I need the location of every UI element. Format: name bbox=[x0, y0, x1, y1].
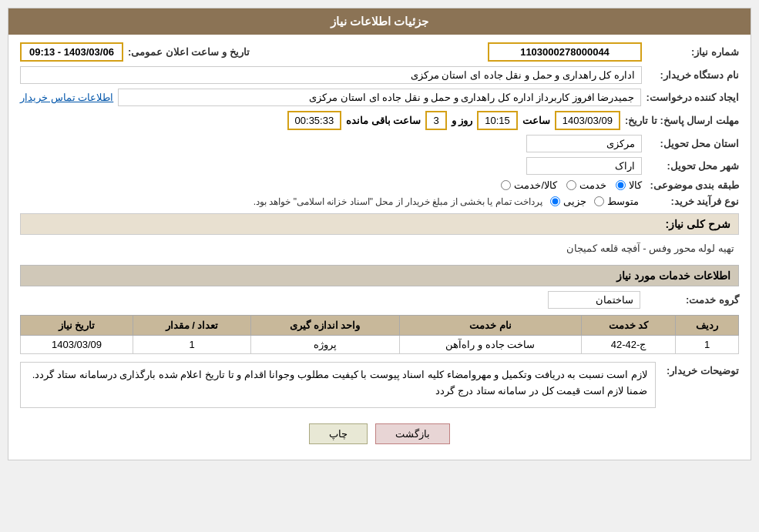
items-table-body: 1 ج-42-42 ساخت جاده و راه‌آهن پروژه 1 14… bbox=[21, 336, 739, 354]
category-option-service[interactable]: کالا/خدمت bbox=[501, 179, 557, 191]
service-info-header: اطلاعات خدمات مورد نیاز bbox=[20, 265, 739, 286]
page-header: جزئیات اطلاعات نیاز bbox=[8, 8, 751, 35]
process-option-minor[interactable]: جزیی bbox=[550, 196, 586, 207]
province-row: استان محل تحویل: مرکزی bbox=[20, 135, 739, 152]
items-table-head: ردیف کد خدمت نام خدمت واحد اندازه گیری ت… bbox=[21, 316, 739, 336]
category-label: طبقه بندی موضوعی: bbox=[646, 179, 739, 191]
creator-row: ایجاد کننده درخواست: جمیدرضا افروز کاربر… bbox=[20, 89, 739, 106]
need-number-value: 1103000278000044 bbox=[488, 42, 642, 62]
need-number-label: شماره نیاز: bbox=[646, 46, 739, 58]
col-unit: واحد اندازه گیری bbox=[250, 316, 399, 336]
buyer-notes-row: توضیحات خریدار: لازم است نسبت به دریافت … bbox=[20, 362, 739, 408]
need-description-header: شرح کلی نیاز: bbox=[20, 213, 739, 235]
cell-index: 1 bbox=[676, 336, 739, 354]
buyer-org-row: نام دستگاه خریدار: اداره کل راهداری و حم… bbox=[20, 66, 739, 84]
button-row: بازگشت چاپ bbox=[20, 416, 739, 452]
process-option-partial[interactable]: متوسط bbox=[594, 196, 639, 207]
city-row: شهر محل تحویل: اراک bbox=[20, 157, 739, 175]
buyer-org-value: اداره کل راهداری و حمل و نقل جاده ای است… bbox=[20, 66, 642, 84]
category-row: طبقه بندی موضوعی: کالا/خدمت خدمت کالا bbox=[20, 179, 739, 191]
response-day-value: 3 bbox=[425, 111, 446, 130]
need-number-row: شماره نیاز: 1103000278000044 تاریخ و ساع… bbox=[20, 42, 739, 62]
response-date-value: 1403/03/09 bbox=[555, 111, 620, 130]
province-label: استان محل تحویل: bbox=[646, 138, 739, 149]
process-partial-label: متوسط bbox=[607, 196, 639, 207]
process-minor-label: جزیی bbox=[563, 196, 586, 207]
buyer-notes-label: توضیحات خریدار: bbox=[662, 362, 739, 376]
city-label: شهر محل تحویل: bbox=[646, 160, 739, 172]
need-description-header-label: شرح کلی نیاز: bbox=[666, 218, 730, 230]
cell-qty: 1 bbox=[133, 336, 251, 354]
creator-value: جمیدرضا افروز کاربرداز اداره کل راهداری … bbox=[118, 89, 641, 106]
process-radio-partial[interactable] bbox=[594, 196, 604, 206]
buyer-notes-value: لازم است نسبت به دریافت وتکمیل و مهروامض… bbox=[20, 362, 656, 408]
category-radio-goods[interactable] bbox=[616, 180, 626, 190]
process-label: نوع فرآیند خرید: bbox=[646, 196, 739, 207]
creator-label: ایجاد کننده درخواست: bbox=[646, 92, 739, 103]
response-deadline-label: مهلت ارسال پاسخ: تا تاریخ: bbox=[625, 115, 739, 126]
col-name: نام خدمت bbox=[399, 316, 581, 336]
print-button[interactable]: چاپ bbox=[309, 423, 368, 444]
city-value: اراک bbox=[526, 157, 642, 175]
process-radio-minor[interactable] bbox=[550, 196, 560, 206]
response-deadline-row: مهلت ارسال پاسخ: تا تاریخ: 1403/03/09 سا… bbox=[20, 111, 739, 130]
response-time-value: 10:15 bbox=[477, 111, 518, 130]
col-qty: تعداد / مقدار bbox=[133, 316, 251, 336]
service-group-row: گروه خدمت: ساختمان bbox=[20, 291, 739, 309]
category-option-goods[interactable]: کالا bbox=[616, 179, 642, 191]
col-date: تاریخ نیاز bbox=[21, 316, 133, 336]
process-row: نوع فرآیند خرید: متوسط جزیی پرداخت تمام … bbox=[20, 196, 739, 207]
table-header-row: ردیف کد خدمت نام خدمت واحد اندازه گیری ت… bbox=[21, 316, 739, 336]
response-time-label: ساعت bbox=[522, 115, 550, 126]
back-button[interactable]: بازگشت bbox=[375, 423, 450, 444]
announce-datetime-label: تاریخ و ساعت اعلان عمومی: bbox=[128, 46, 250, 58]
cell-date: 1403/03/09 bbox=[21, 336, 133, 354]
cell-code: ج-42-42 bbox=[581, 336, 675, 354]
process-note: پرداخت تمام یا بخشی از مبلغ خریدار از مح… bbox=[254, 196, 542, 207]
table-row: 1 ج-42-42 ساخت جاده و راه‌آهن پروژه 1 14… bbox=[21, 336, 739, 354]
category-radio-goods-service[interactable] bbox=[566, 180, 576, 190]
col-index: ردیف bbox=[676, 316, 739, 336]
service-group-value: ساختمان bbox=[548, 291, 640, 309]
category-radio-group: کالا/خدمت خدمت کالا bbox=[501, 179, 642, 191]
page-title: جزئیات اطلاعات نیاز bbox=[331, 15, 428, 28]
category-goods-label: کالا bbox=[629, 179, 642, 191]
category-goods-service-label: خدمت bbox=[579, 179, 606, 191]
col-code: کد خدمت bbox=[581, 316, 675, 336]
contact-link[interactable]: اطلاعات تماس خریدار bbox=[20, 92, 113, 103]
items-table: ردیف کد خدمت نام خدمت واحد اندازه گیری ت… bbox=[20, 315, 739, 354]
category-option-goods-service[interactable]: خدمت bbox=[566, 179, 606, 191]
service-info-header-label: اطلاعات خدمات مورد نیاز bbox=[616, 269, 730, 282]
cell-name: ساخت جاده و راه‌آهن bbox=[399, 336, 581, 354]
response-day-label: روز و bbox=[452, 115, 473, 126]
remaining-time-label: ساعت باقی مانده bbox=[346, 115, 421, 126]
province-value: مرکزی bbox=[526, 135, 642, 152]
need-description-text: تهیه لوله محور وفس - آفچه قلعه کمیجان bbox=[20, 239, 739, 257]
cell-unit: پروژه bbox=[250, 336, 399, 354]
buyer-org-label: نام دستگاه خریدار: bbox=[646, 69, 739, 81]
content-area: شماره نیاز: 1103000278000044 تاریخ و ساع… bbox=[8, 35, 751, 460]
remaining-time-value: 00:35:33 bbox=[287, 111, 342, 130]
category-radio-service[interactable] bbox=[501, 180, 511, 190]
announce-datetime-value: 1403/03/06 - 09:13 bbox=[20, 42, 123, 62]
page-wrapper: جزئیات اطلاعات نیاز شماره نیاز: 11030002… bbox=[0, 0, 759, 532]
need-description-wrapper: تهیه لوله محور وفس - آفچه قلعه کمیجان bbox=[20, 239, 739, 257]
category-service-label: کالا/خدمت bbox=[514, 179, 557, 191]
main-container: جزئیات اطلاعات نیاز شماره نیاز: 11030002… bbox=[8, 8, 751, 460]
service-group-label: گروه خدمت: bbox=[646, 294, 739, 306]
